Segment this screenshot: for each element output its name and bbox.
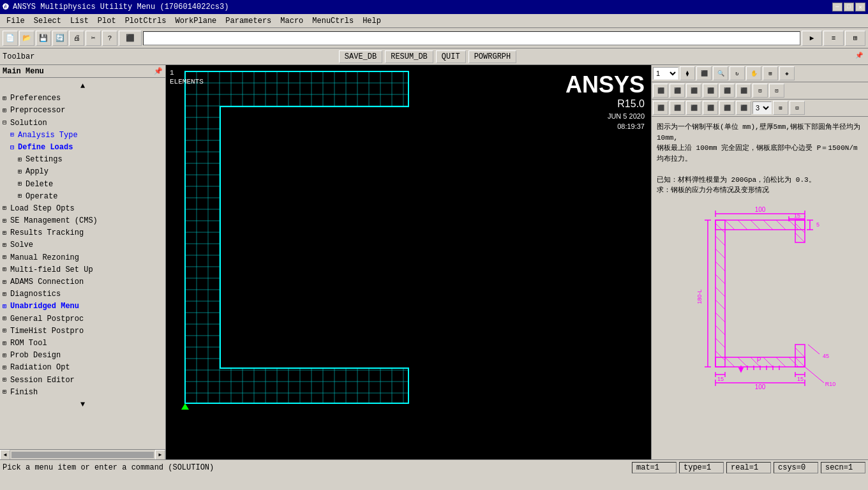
sidebar-item-finish[interactable]: ⊞ Finish <box>1 387 164 399</box>
sidebar-item-preferences[interactable]: ⊞ Preferences <box>1 93 164 105</box>
sidebar-item-multifield[interactable]: ⊞ Multi-field Set Up <box>1 264 164 276</box>
pin-icon[interactable]: 📌 <box>855 52 865 62</box>
right-btn-left[interactable]: ⬛ <box>686 84 701 98</box>
sidebar-item-define-loads[interactable]: ⊟ Define Loads <box>9 142 164 154</box>
sidebar-item-solution[interactable]: ⊟ Solution <box>1 117 164 130</box>
sidebar-item-adams[interactable]: ⊞ ADAMS Connection <box>1 276 164 288</box>
ansys-brand: ANSYS <box>565 71 645 98</box>
sidebar-pin-icon[interactable]: 📌 <box>154 67 163 75</box>
tb-open-btn[interactable]: 📂 <box>19 31 34 46</box>
right-btn-extra[interactable]: ⊡ <box>769 84 784 98</box>
tb-new-btn[interactable]: 📄 <box>3 31 18 46</box>
scroll-right-arrow[interactable]: ▶ <box>155 450 165 460</box>
right-btn-g6[interactable]: ⬛ <box>736 101 751 115</box>
menu-parameters[interactable]: Parameters <box>221 15 275 27</box>
sidebar-item-timehist[interactable]: ⊞ TimeHist Postpro <box>1 325 164 338</box>
right-view-combo[interactable]: 1 2 4 <box>653 67 678 80</box>
tb-extra-btn[interactable]: ⊞ <box>845 31 865 46</box>
sidebar-item-apply[interactable]: ⊞ Apply <box>17 166 164 178</box>
right-btn-h2[interactable]: ⊟ <box>789 101 805 115</box>
menu-select[interactable]: Select <box>30 15 65 27</box>
close-button[interactable]: ✕ <box>855 3 865 11</box>
sidebar-item-delete[interactable]: ⊞ Delete <box>17 179 164 191</box>
toolbar-label-text: Toolbar <box>3 52 336 61</box>
scroll-up-item[interactable]: ▲ <box>1 80 164 93</box>
toolbar-command-input[interactable] <box>143 31 800 45</box>
svg-text:5: 5 <box>816 221 819 228</box>
sidebar-hscroll[interactable]: ◀ ▶ <box>0 449 165 459</box>
sidebar-scroll[interactable]: ▲ ⊞ Preferences ⊞ Preprocessor ⊟ Solutio… <box>0 78 165 449</box>
menu-menuctrls[interactable]: MenuCtrls <box>308 15 357 27</box>
expand-icon: ⊞ <box>3 204 10 214</box>
expand-icon: ⊞ <box>3 351 10 361</box>
right-btn-right[interactable]: ⬛ <box>703 84 718 98</box>
right-btn-pan[interactable]: ✋ <box>746 66 761 80</box>
title-bar-controls[interactable]: ─ □ ✕ <box>832 3 865 11</box>
tb-cut-btn[interactable]: ✂ <box>86 31 101 46</box>
right-number-combo[interactable]: 3 1 2 <box>752 101 772 114</box>
sidebar-label-settings: Settings <box>26 154 63 166</box>
sidebar-item-prob-design[interactable]: ⊞ Prob Design <box>1 350 164 362</box>
right-btn-g2[interactable]: ⬛ <box>670 101 685 115</box>
sidebar-item-general-postproc[interactable]: ⊞ General Postproc <box>1 313 164 325</box>
scroll-track[interactable] <box>11 452 154 458</box>
sidebar-item-session-editor[interactable]: ⊞ Session Editor <box>1 375 164 387</box>
right-btn-fit[interactable]: ⬛ <box>696 66 712 80</box>
tb-help-btn[interactable]: ? <box>102 31 117 46</box>
right-btn-r1[interactable]: ⊞ <box>763 66 778 80</box>
menu-plotctrls[interactable]: PlotCtrls <box>121 15 170 27</box>
right-btn-rotate[interactable]: ↻ <box>730 66 745 80</box>
right-btn-g3[interactable]: ⬛ <box>686 101 701 115</box>
sidebar-label-define-loads: Define Loads <box>18 142 73 154</box>
sidebar-item-operate[interactable]: ⊞ Operate <box>17 191 164 203</box>
sidebar-item-unabridged[interactable]: ⊞ Unabridged Menu <box>1 301 164 313</box>
right-btn-front[interactable]: ⬛ <box>653 84 668 98</box>
minimize-button[interactable]: ─ <box>832 3 842 11</box>
sidebar-item-settings[interactable]: ⊞ Settings <box>17 154 164 166</box>
sidebar-label-apply: Apply <box>26 166 49 178</box>
sidebar-item-manual-rezoning[interactable]: ⊞ Manual Rezoning <box>1 252 164 264</box>
status-bar: Pick a menu item or enter a command (SOL… <box>0 459 868 475</box>
menu-list[interactable]: List <box>66 15 93 27</box>
scroll-down-item[interactable]: ▼ <box>1 399 164 411</box>
right-btn-back[interactable]: ⬛ <box>670 84 685 98</box>
right-btn-bottom[interactable]: ⬛ <box>736 84 751 98</box>
right-btn-r2[interactable]: ◈ <box>779 66 795 80</box>
right-btn-g1[interactable]: ⬛ <box>653 101 668 115</box>
tb-run-btn[interactable]: ▶ <box>802 31 822 46</box>
menu-file[interactable]: File <box>3 15 29 27</box>
resum-db-button[interactable]: RESUM_DB <box>385 50 433 63</box>
menu-macro[interactable]: Macro <box>276 15 307 27</box>
sidebar-item-radiation-opt[interactable]: ⊞ Radiation Opt <box>1 362 164 374</box>
right-btn-top[interactable]: ⬛ <box>719 84 735 98</box>
scroll-left-arrow[interactable]: ◀ <box>0 450 10 460</box>
right-btn-g5[interactable]: ⬛ <box>719 101 735 115</box>
menu-plot[interactable]: Plot <box>94 15 120 27</box>
tb-print-btn[interactable]: 🖨 <box>69 31 84 46</box>
sidebar-item-preprocessor[interactable]: ⊞ Preprocessor <box>1 105 164 117</box>
right-btn-iso[interactable]: ⧫ <box>680 66 695 80</box>
sidebar-item-solve[interactable]: ⊞ Solve <box>1 239 164 251</box>
sidebar-item-results-tracking[interactable]: ⊞ Results Tracking <box>1 227 164 239</box>
menu-workplane[interactable]: WorkPlane <box>171 15 220 27</box>
sidebar-item-se-management[interactable]: ⊞ SE Management (CMS) <box>1 215 164 227</box>
tb-list-btn[interactable]: ≡ <box>823 31 844 46</box>
tb-refresh-btn[interactable]: 🔄 <box>52 31 68 46</box>
menu-help[interactable]: Help <box>359 15 385 27</box>
right-btn-zoom[interactable]: 🔍 <box>713 66 728 80</box>
right-btn-g4[interactable]: ⬛ <box>703 101 718 115</box>
quit-button[interactable]: QUIT <box>436 50 466 63</box>
expand-icon: ⊞ <box>18 155 26 165</box>
sidebar-item-rom-tool[interactable]: ⊞ ROM Tool <box>1 338 164 350</box>
tb-save-btn[interactable]: 💾 <box>36 31 51 46</box>
viewport-elements-label: ELEMENTS <box>170 78 204 85</box>
right-btn-h1[interactable]: ⊞ <box>773 101 788 115</box>
save-db-button[interactable]: SAVE_DB <box>339 50 382 63</box>
right-btn-wp[interactable]: ⊡ <box>752 84 768 98</box>
sidebar-item-load-step-opts[interactable]: ⊞ Load Step Opts <box>1 203 164 215</box>
powrgrph-button[interactable]: POWRGRPH <box>468 50 517 63</box>
sidebar-item-analysis-type[interactable]: ⊞ Analysis Type <box>9 130 164 142</box>
sidebar-item-diagnostics[interactable]: ⊞ Diagnostics <box>1 288 164 301</box>
tb-ansys-btn[interactable]: ⬛ <box>119 31 142 46</box>
maximize-button[interactable]: □ <box>844 3 854 11</box>
